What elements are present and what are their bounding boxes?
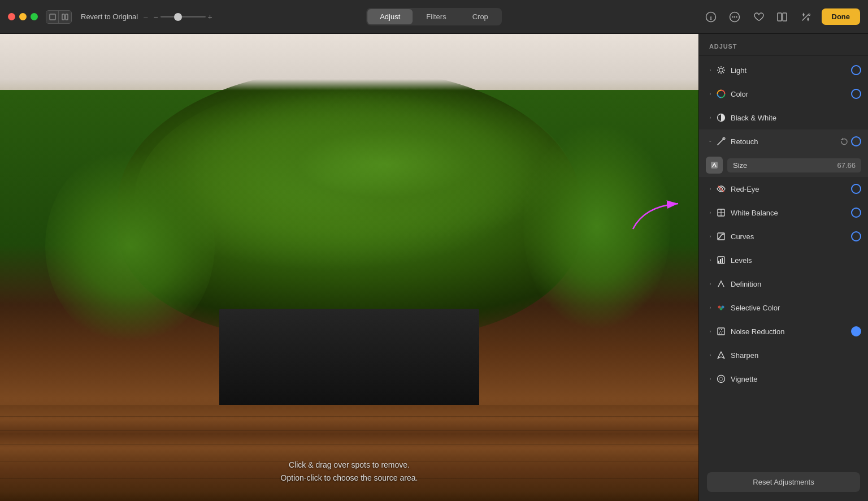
more-icon[interactable]	[727, 9, 743, 25]
vignette-icon	[715, 373, 727, 385]
adjust-item-vignette[interactable]: › Vignette	[699, 367, 868, 391]
image-area[interactable]: Click & drag over spots to remove. Optio…	[0, 34, 698, 501]
svg-point-45	[719, 377, 723, 381]
single-view-icon[interactable]	[46, 11, 59, 23]
tab-filters[interactable]: Filters	[414, 9, 458, 24]
right-panel: ADJUST ›	[698, 34, 868, 501]
svg-line-20	[723, 67, 724, 68]
svg-point-13	[719, 68, 723, 72]
zoom-slider[interactable]: − +	[153, 12, 212, 21]
svg-rect-38	[719, 329, 720, 330]
whitebalance-label: White Balance	[731, 209, 851, 217]
adjust-item-selectivecolor[interactable]: › Selective Color	[699, 296, 868, 319]
retouch-tool-icon	[706, 157, 723, 174]
chevron-right-icon: ›	[706, 327, 715, 336]
adjust-item-light[interactable]: › Light	[699, 58, 868, 82]
tab-bar: Adjust Filters Crop	[366, 8, 502, 25]
svg-rect-31	[720, 259, 721, 263]
noisereduction-icon	[715, 325, 727, 338]
chevron-right-icon: ›	[706, 89, 715, 98]
color-wheel-icon	[715, 88, 727, 100]
svg-rect-1	[62, 14, 64, 20]
adjust-item-definition[interactable]: › Definition	[699, 272, 868, 296]
curves-circle	[851, 231, 861, 241]
whitebalance-icon	[715, 206, 727, 219]
chevron-right-icon: ›	[706, 113, 715, 122]
light-label: Light	[731, 66, 851, 75]
heart-icon[interactable]	[750, 9, 766, 25]
chevron-right-icon: ›	[706, 374, 715, 383]
chevron-right-icon: ›	[706, 256, 715, 265]
minimize-button[interactable]	[19, 13, 27, 20]
tab-adjust[interactable]: Adjust	[367, 9, 413, 24]
slider-track[interactable]	[160, 16, 206, 18]
svg-rect-30	[718, 261, 719, 263]
adjust-item-retouch[interactable]: › Retouch	[699, 129, 868, 153]
levels-icon	[715, 254, 727, 266]
adjust-item-sharpen[interactable]: › Sharpen	[699, 343, 868, 367]
done-button[interactable]: Done	[822, 8, 861, 25]
svg-point-44	[718, 375, 725, 383]
chevron-right-icon: ›	[706, 303, 715, 312]
svg-line-21	[718, 72, 719, 73]
reset-adjustments-button[interactable]: Reset Adjustments	[707, 472, 860, 492]
toolbar-right: i Done	[703, 8, 861, 25]
info-icon[interactable]: i	[703, 9, 719, 25]
zoom-out-icon[interactable]: −	[153, 12, 158, 21]
svg-rect-10	[783, 13, 787, 21]
split-view-icon[interactable]	[59, 11, 71, 23]
curves-label: Curves	[731, 232, 851, 241]
panel-title: ADJUST	[699, 34, 868, 56]
svg-point-11	[808, 14, 810, 15]
adjust-item-whitebalance[interactable]: › White Balance	[699, 201, 868, 224]
adjust-list: › Light	[699, 56, 868, 393]
adjust-item-color[interactable]: › Color	[699, 82, 868, 106]
levels-label: Levels	[731, 256, 861, 265]
instruction-text: Click & drag over spots to remove. Optio…	[281, 459, 418, 484]
slider-thumb[interactable]	[174, 13, 182, 21]
adjust-item-noisereduction[interactable]: › Noise Reduction	[699, 319, 868, 343]
retouch-reset-icon[interactable]	[837, 135, 851, 148]
svg-point-8	[736, 16, 737, 17]
bw-icon	[715, 111, 727, 124]
size-label: Size	[733, 161, 837, 170]
chevron-right-icon: ›	[706, 66, 715, 75]
size-field[interactable]: Size 67.66	[727, 158, 861, 172]
chevron-right-icon: ›	[706, 208, 715, 217]
svg-line-19	[723, 72, 724, 73]
size-value: 67.66	[837, 161, 856, 170]
zoom-in-icon[interactable]: +	[208, 12, 212, 21]
svg-rect-43	[721, 332, 722, 334]
svg-rect-42	[719, 332, 720, 334]
retouch-size-row[interactable]: Size 67.66	[699, 153, 868, 177]
compare-icon[interactable]	[774, 9, 790, 25]
window-layout-toggle[interactable]	[46, 10, 72, 24]
chevron-right-icon: ›	[706, 232, 715, 241]
svg-rect-0	[50, 14, 55, 20]
adjust-item-curves[interactable]: › Curves	[699, 224, 868, 248]
fullscreen-button[interactable]	[31, 13, 38, 20]
revert-button[interactable]: Revert to Original	[81, 12, 138, 21]
close-button[interactable]	[8, 13, 15, 20]
adjust-item-bw[interactable]: › Black & White	[699, 106, 868, 129]
bw-label: Black & White	[731, 114, 861, 122]
chevron-down-icon: ›	[706, 137, 715, 146]
tab-crop[interactable]: Crop	[460, 9, 501, 24]
svg-rect-9	[778, 13, 782, 21]
redeye-circle	[851, 184, 861, 194]
adjust-item-levels[interactable]: › Levels	[699, 248, 868, 272]
adjust-item-redeye[interactable]: › Red-Eye	[699, 177, 868, 201]
svg-rect-40	[720, 331, 721, 332]
noisereduction-circle	[851, 326, 861, 336]
chevron-right-icon: ›	[706, 279, 715, 288]
svg-rect-32	[722, 258, 723, 263]
light-icon	[715, 64, 727, 76]
svg-line-18	[718, 67, 719, 68]
divider: –	[144, 12, 147, 21]
traffic-lights	[8, 13, 38, 20]
whitebalance-circle	[851, 208, 861, 218]
magic-icon[interactable]	[798, 9, 814, 25]
svg-rect-2	[66, 14, 68, 20]
vignette-label: Vignette	[731, 375, 861, 383]
redeye-icon	[715, 183, 727, 195]
